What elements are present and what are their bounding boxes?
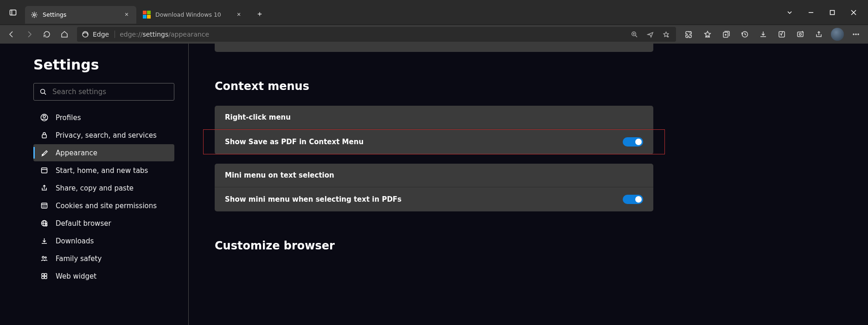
svg-point-21 — [799, 33, 801, 35]
back-button[interactable] — [3, 25, 20, 43]
svg-point-22 — [853, 34, 854, 35]
gear-icon — [31, 11, 38, 19]
math-solver-button[interactable] — [772, 25, 791, 43]
family-icon — [40, 255, 48, 262]
close-button[interactable] — [843, 3, 864, 22]
sidebar-item-share-copy-and-paste[interactable]: Share, copy and paste — [33, 179, 174, 197]
history-button[interactable] — [735, 25, 754, 43]
share-icon — [40, 184, 48, 192]
row-save-as-pdf: Show Save as PDF in Context Menu — [203, 129, 665, 154]
svg-rect-0 — [10, 10, 16, 15]
svg-point-24 — [858, 34, 859, 35]
sidebar-item-web-widget[interactable]: Web widget — [33, 268, 174, 285]
address-bar[interactable]: Edge edge://settings/appearance — [77, 27, 676, 42]
favorites-button[interactable] — [698, 25, 717, 43]
card-right-click-menu: Right-click menu Show Save as PDF in Con… — [215, 106, 653, 154]
microsoft-logo-icon — [143, 11, 151, 19]
downloads-button[interactable] — [754, 25, 772, 43]
minimize-button[interactable] — [800, 3, 822, 22]
zoom-icon[interactable] — [627, 28, 642, 41]
download-icon — [40, 237, 48, 245]
extensions-button[interactable] — [680, 25, 698, 43]
share-button[interactable] — [810, 25, 828, 43]
toggle-mini-menu-pdf[interactable] — [623, 195, 643, 204]
svg-rect-31 — [41, 168, 47, 173]
favorite-icon[interactable] — [658, 28, 673, 41]
site-identity: Edge — [82, 31, 115, 38]
sidebar-item-privacy-search-and-services[interactable]: Privacy, search, and services — [33, 127, 174, 144]
toggle-save-as-pdf[interactable] — [623, 137, 643, 147]
svg-point-27 — [43, 115, 45, 117]
svg-rect-33 — [41, 203, 47, 208]
sidebar-item-label: Appearance — [56, 149, 97, 157]
globe-icon — [40, 219, 48, 227]
tab-actions-button[interactable] — [4, 3, 22, 22]
sidebar-item-profiles[interactable]: Profiles — [33, 109, 174, 126]
sidebar-item-family-safety[interactable]: Family safety — [33, 250, 174, 267]
sidebar-item-start-home-and-new-tabs[interactable]: Start, home, and new tabs — [33, 162, 174, 179]
toolbar: Edge edge://settings/appearance — [0, 25, 868, 44]
profile-avatar[interactable] — [828, 25, 847, 43]
screenshot-button[interactable] — [791, 25, 810, 43]
sidebar-item-label: Privacy, search, and services — [56, 131, 157, 140]
sidebar-item-label: Share, copy and paste — [56, 184, 134, 192]
maximize-button[interactable] — [822, 3, 843, 22]
section-context-menus: Context menus — [215, 80, 868, 93]
search-input[interactable] — [52, 88, 168, 96]
content-area: Settings ProfilesPrivacy, search, and se… — [0, 44, 868, 325]
sidebar-item-cookies-and-site-permissions[interactable]: Cookies and site permissions — [33, 197, 174, 214]
sidebar-item-label: Downloads — [56, 237, 94, 245]
sidebar-item-label: Web widget — [56, 272, 96, 280]
close-icon[interactable]: ✕ — [122, 11, 131, 19]
lock-icon — [40, 131, 48, 139]
svg-rect-47 — [42, 276, 44, 279]
card-header: Mini menu on text selection — [215, 164, 653, 187]
previous-card-edge — [215, 44, 653, 52]
sidebar-item-appearance[interactable]: Appearance — [33, 144, 174, 161]
widget-icon — [40, 272, 48, 280]
forward-button[interactable] — [20, 25, 38, 43]
settings-main: Context menus Right-click menu Show Save… — [189, 44, 868, 325]
svg-point-44 — [45, 257, 46, 258]
collections-button[interactable] — [717, 25, 735, 43]
svg-line-9 — [635, 35, 637, 37]
sidebar-item-downloads[interactable]: Downloads — [33, 232, 174, 249]
svg-rect-45 — [42, 274, 44, 276]
refresh-button[interactable] — [38, 25, 56, 43]
close-icon[interactable]: ✕ — [235, 11, 243, 19]
svg-rect-29 — [42, 135, 46, 138]
title-bar: Settings ✕ Download Windows 10 ✕ ＋ — [0, 0, 868, 25]
page-title: Settings — [33, 57, 174, 73]
paint-icon — [40, 149, 48, 157]
profile-icon — [40, 114, 48, 121]
svg-point-43 — [42, 256, 44, 258]
row-label: Show mini menu when selecting text in PD… — [225, 195, 402, 204]
tab-label: Download Windows 10 — [155, 11, 235, 18]
chevron-down-icon[interactable] — [779, 3, 800, 22]
card-header: Right-click menu — [215, 106, 653, 129]
sidebar-item-default-browser[interactable]: Default browser — [33, 215, 174, 232]
tab-download-windows[interactable]: Download Windows 10 ✕ — [137, 6, 249, 24]
settings-search[interactable] — [33, 83, 174, 101]
svg-rect-4 — [830, 10, 835, 14]
svg-rect-48 — [45, 276, 47, 279]
row-label: Show Save as PDF in Context Menu — [225, 138, 364, 146]
new-tab-button[interactable]: ＋ — [252, 7, 267, 22]
home-button[interactable] — [56, 25, 73, 43]
send-icon[interactable] — [643, 28, 657, 41]
window-icon — [40, 166, 48, 174]
sidebar-item-label: Family safety — [56, 255, 102, 263]
search-icon — [39, 88, 47, 96]
cookie-icon — [40, 202, 48, 210]
section-customize-browser: Customize browser — [215, 239, 868, 252]
tab-settings[interactable]: Settings ✕ — [25, 6, 136, 24]
brand-label: Edge — [93, 31, 109, 38]
svg-point-2 — [33, 13, 35, 15]
tab-label: Settings — [43, 11, 122, 18]
sidebar-item-label: Default browser — [56, 219, 111, 228]
svg-point-23 — [855, 34, 856, 35]
menu-button[interactable] — [847, 25, 865, 43]
svg-line-26 — [45, 93, 46, 95]
row-mini-menu-pdf: Show mini menu when selecting text in PD… — [215, 187, 653, 211]
sidebar-item-label: Profiles — [56, 114, 81, 122]
